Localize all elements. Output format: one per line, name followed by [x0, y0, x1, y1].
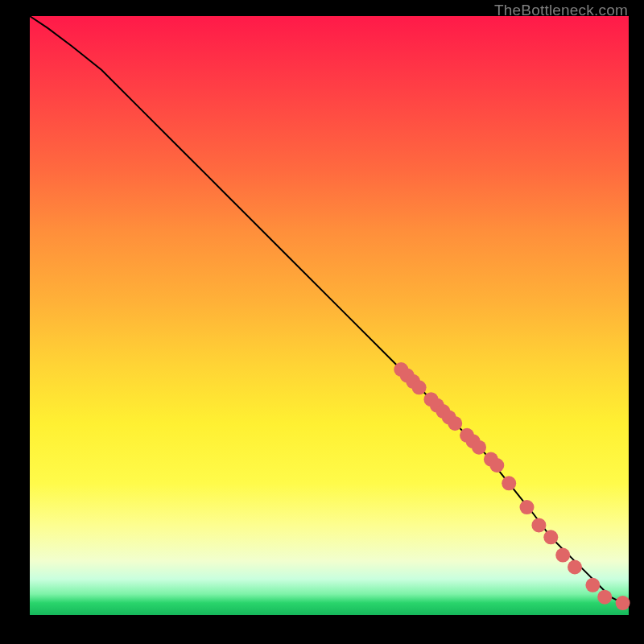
chart-stage: TheBottleneck.com — [0, 0, 644, 644]
watermark-text: TheBottleneck.com — [494, 2, 628, 19]
plot-gradient-background — [30, 16, 629, 615]
